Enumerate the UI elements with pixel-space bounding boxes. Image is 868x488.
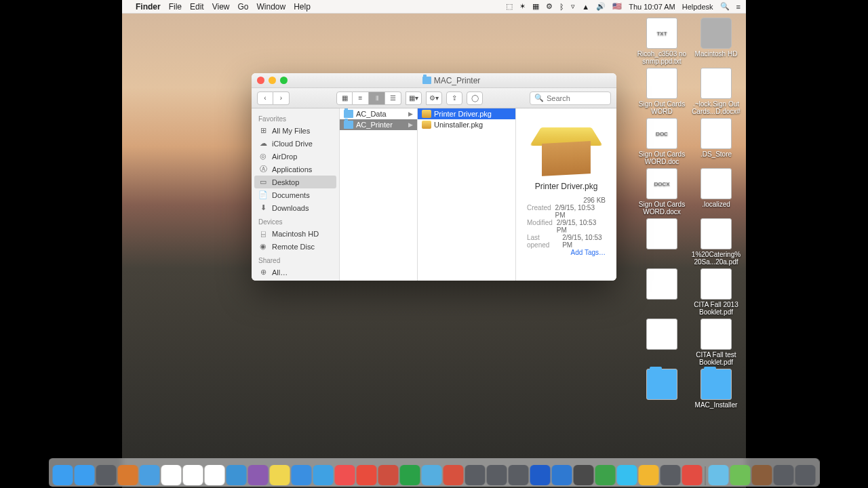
- search-field[interactable]: 🔍: [530, 92, 611, 105]
- dock-app-icon[interactable]: [682, 465, 703, 485]
- desktop-file-icon[interactable]: Sign Out Cards WORD: [636, 68, 688, 115]
- back-button[interactable]: ‹: [257, 92, 273, 105]
- dock-app-icon[interactable]: [639, 465, 659, 485]
- dock-app-icon[interactable]: [357, 465, 377, 485]
- status-icon[interactable]: ▦: [532, 2, 539, 11]
- desktop-file-icon[interactable]: DOCSign Out Cards WORD.doc: [636, 118, 688, 165]
- desktop-file-icon[interactable]: 1%20Catering%20Sa...20a.pdf: [690, 218, 742, 266]
- user-menu[interactable]: Helpdesk: [682, 3, 713, 11]
- share-button[interactable]: ⇪: [446, 92, 462, 105]
- minimize-button[interactable]: [269, 77, 276, 84]
- dock-app-icon[interactable]: [313, 465, 334, 485]
- sidebar-item-macintosh-hd[interactable]: ⌸Macintosh HD: [252, 227, 339, 240]
- dock-app-icon[interactable]: [465, 465, 486, 485]
- action-button[interactable]: ⚙▾: [426, 92, 442, 105]
- sidebar-item-all-my-files[interactable]: ⊞All My Files: [252, 124, 339, 137]
- titlebar[interactable]: MAC_Printer: [252, 73, 616, 88]
- search-input[interactable]: [547, 94, 606, 102]
- dock-app-icon[interactable]: [487, 465, 507, 485]
- dock-app-icon[interactable]: [140, 465, 160, 485]
- dock-app-icon[interactable]: [617, 465, 637, 485]
- dock-app-icon[interactable]: [552, 465, 572, 485]
- dock-app-icon[interactable]: [183, 465, 203, 485]
- desktop-file-icon[interactable]: CITA Fall 2013 Booklet.pdf: [690, 268, 742, 316]
- menu-window[interactable]: Window: [257, 2, 286, 12]
- sidebar-item-all-shared[interactable]: ⊕All…: [252, 266, 339, 279]
- dock-app-icon[interactable]: [709, 465, 729, 485]
- dock-app-icon[interactable]: [270, 465, 290, 485]
- dock-app-icon[interactable]: [530, 465, 551, 485]
- desktop-file-icon[interactable]: [636, 319, 688, 366]
- view-coverflow-button[interactable]: ☰: [385, 92, 401, 105]
- desktop-file-icon[interactable]: .DS_Store: [690, 118, 742, 165]
- sidebar-item-applications[interactable]: ⒶApplications: [252, 163, 339, 176]
- battery-icon[interactable]: ▲: [582, 3, 589, 11]
- status-icon[interactable]: ⚙: [546, 2, 553, 11]
- dock-app-icon[interactable]: [443, 465, 464, 485]
- menu-edit[interactable]: Edit: [190, 2, 204, 12]
- dock-app-icon[interactable]: [574, 465, 594, 485]
- view-columns-button[interactable]: ⫴: [369, 92, 385, 105]
- dock-app-icon[interactable]: [248, 465, 269, 485]
- sidebar-item-downloads[interactable]: ⬇Downloads: [252, 201, 339, 214]
- desktop-file-icon[interactable]: [636, 218, 688, 266]
- sidebar-item-remote-disc[interactable]: ◉Remote Disc: [252, 240, 339, 253]
- desktop-file-icon[interactable]: [636, 369, 688, 409]
- desktop-file-icon[interactable]: CITA Fall test Booklet.pdf: [690, 319, 742, 366]
- desktop-file-icon[interactable]: .localized: [690, 168, 742, 216]
- folder-row[interactable]: AC_Printer▶: [340, 119, 417, 130]
- dock-app-icon[interactable]: [75, 465, 95, 485]
- file-row[interactable]: Printer Driver.pkg: [418, 108, 515, 119]
- dock-app-icon[interactable]: [205, 465, 225, 485]
- dock-app-icon[interactable]: [378, 465, 399, 485]
- menu-file[interactable]: File: [169, 2, 182, 12]
- menu-help[interactable]: Help: [294, 2, 311, 12]
- dock-app-icon[interactable]: [774, 465, 794, 485]
- sidebar-item-icloud-drive[interactable]: ☁iCloud Drive: [252, 137, 339, 150]
- dock-app-icon[interactable]: [226, 465, 247, 485]
- add-tags-button[interactable]: Add Tags…: [521, 249, 611, 256]
- arrange-button[interactable]: ▦▾: [406, 92, 422, 105]
- sidebar-item-airdrop[interactable]: ◎AirDrop: [252, 150, 339, 163]
- zoom-button[interactable]: [280, 77, 288, 84]
- volume-icon[interactable]: 🔊: [596, 2, 606, 11]
- dock-app-icon[interactable]: [400, 465, 420, 485]
- dock-app-icon[interactable]: [730, 465, 751, 485]
- folder-row[interactable]: AC_Data▶: [340, 108, 417, 119]
- dock-app-icon[interactable]: [53, 465, 73, 485]
- dock-app-icon[interactable]: [509, 465, 529, 485]
- view-list-button[interactable]: ≡: [353, 92, 369, 105]
- spotlight-icon[interactable]: 🔍: [720, 2, 730, 11]
- dock-app-icon[interactable]: [161, 465, 182, 485]
- wifi-icon[interactable]: ▿: [571, 2, 575, 11]
- desktop-file-icon[interactable]: [636, 268, 688, 316]
- bluetooth-icon[interactable]: ᛒ: [559, 3, 564, 11]
- desktop-file-icon[interactable]: Macintosh HD: [690, 18, 742, 65]
- dock-app-icon[interactable]: [118, 465, 138, 485]
- dock-app-icon[interactable]: [752, 465, 772, 485]
- dock-app-icon[interactable]: [795, 465, 816, 485]
- close-button[interactable]: [257, 77, 264, 84]
- clock[interactable]: Thu 10:07 AM: [629, 3, 675, 11]
- notification-center-icon[interactable]: ≡: [736, 3, 741, 11]
- desktop-file-icon[interactable]: MAC_Installer: [690, 369, 742, 409]
- status-icon[interactable]: ⬚: [506, 2, 513, 11]
- file-row[interactable]: Uninstaller.pkg: [418, 119, 515, 130]
- desktop-file-icon[interactable]: DOCXSign Out Cards WORD.docx: [636, 168, 688, 216]
- status-icon[interactable]: ✶: [519, 2, 526, 11]
- desktop-file-icon[interactable]: TXTRicoh_c3503 no snmp.ppd.txt: [636, 18, 688, 65]
- app-menu[interactable]: Finder: [136, 2, 161, 12]
- dock-app-icon[interactable]: [335, 465, 355, 485]
- desktop-file-icon[interactable]: .~lock.Sign Out Cards...D.docx#: [690, 68, 742, 115]
- dock-app-icon[interactable]: [96, 465, 117, 485]
- input-source-icon[interactable]: 🇺🇸: [612, 2, 622, 11]
- dock-app-icon[interactable]: [422, 465, 442, 485]
- dock-app-icon[interactable]: [595, 465, 616, 485]
- view-icons-button[interactable]: ▦: [336, 92, 353, 105]
- dock-app-icon[interactable]: [292, 465, 312, 485]
- menu-view[interactable]: View: [212, 2, 230, 12]
- menu-go[interactable]: Go: [238, 2, 249, 12]
- tags-button[interactable]: ◯: [467, 92, 483, 105]
- dock-app-icon[interactable]: [660, 465, 681, 485]
- sidebar-item-documents[interactable]: 📄Documents: [252, 188, 339, 201]
